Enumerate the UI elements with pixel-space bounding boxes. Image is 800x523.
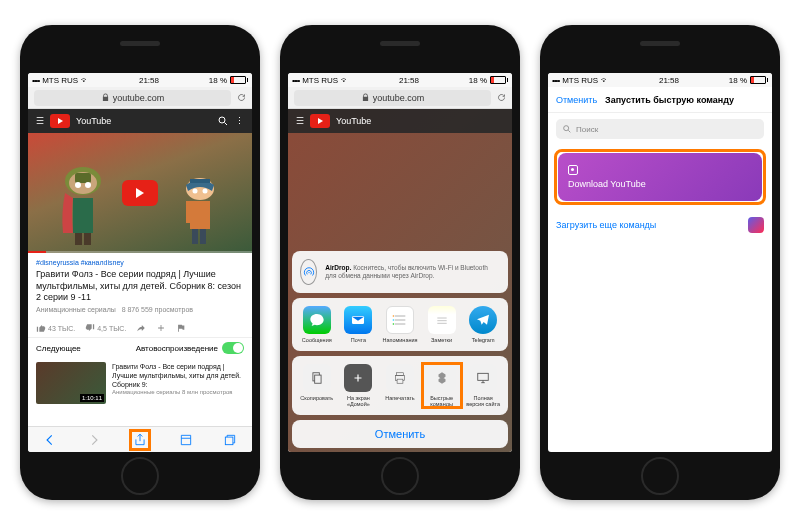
safari-address-bar[interactable]: youtube.com	[288, 87, 512, 109]
shortcuts-icon	[435, 371, 449, 385]
phone-2: ••••MTS RUSᯤ 21:58 18 % youtube.com ☰You…	[280, 25, 520, 500]
duration-badge: 1:10:11	[80, 394, 104, 402]
hashtags[interactable]: #disneyrussia #каналdisney	[36, 259, 244, 266]
more-icon[interactable]: ⋮	[235, 116, 244, 126]
menu-icon[interactable]: ☰	[36, 116, 44, 126]
clock: 21:58	[139, 76, 159, 85]
app-reminders[interactable]: Напоминания	[381, 306, 419, 343]
video-progress[interactable]	[28, 251, 252, 253]
notes-icon	[434, 312, 450, 328]
plus-icon	[156, 323, 166, 333]
video-thumbnail: 1:10:11	[36, 362, 106, 404]
svg-rect-6	[73, 198, 93, 233]
app-mail[interactable]: Почта	[339, 306, 377, 343]
wifi-icon: ᯤ	[81, 76, 89, 85]
svg-point-21	[393, 319, 394, 320]
page-content: ☰ YouTube ⋮ #disneyrussia #каналdisney Г…	[28, 109, 252, 426]
reload-icon[interactable]	[497, 93, 506, 102]
lock-icon	[361, 93, 370, 102]
share-button[interactable]	[136, 323, 146, 333]
svg-point-0	[219, 117, 225, 123]
share-apps-row: Сообщения Почта Напоминания Заметки Tele…	[292, 298, 508, 351]
svg-point-12	[203, 189, 208, 194]
video-player[interactable]	[28, 133, 252, 253]
shortcuts-app-icon	[748, 217, 764, 233]
cancel-button[interactable]: Отменить	[292, 420, 508, 448]
svg-point-18	[308, 272, 309, 273]
svg-rect-7	[75, 233, 82, 245]
app-messages[interactable]: Сообщения	[298, 306, 336, 343]
action-add-home[interactable]: На экран «Домой»	[339, 364, 377, 407]
forward-icon[interactable]	[87, 433, 101, 447]
airdrop-row[interactable]: AirDrop. Коснитесь, чтобы включить Wi-Fi…	[292, 251, 508, 293]
svg-rect-8	[84, 233, 91, 245]
svg-rect-3	[75, 173, 91, 183]
next-label: Следующее	[36, 344, 81, 353]
autoplay-toggle[interactable]	[222, 342, 244, 354]
svg-rect-17	[225, 437, 233, 445]
messages-icon	[309, 312, 325, 328]
youtube-logo-icon[interactable]	[50, 114, 70, 128]
share-icon[interactable]	[131, 431, 149, 449]
shortcut-download-youtube[interactable]: Download YouTube	[558, 153, 762, 201]
svg-rect-10	[190, 179, 210, 183]
battery-pct: 18 %	[209, 76, 227, 85]
video-title: Гравити Фолз - Все серии подряд | Лучшие…	[36, 269, 244, 304]
cartoon-character-1	[53, 163, 113, 248]
flag-button[interactable]	[176, 323, 186, 333]
reload-icon[interactable]	[237, 93, 246, 102]
svg-rect-28	[478, 373, 489, 380]
thumb-up-icon	[36, 323, 46, 333]
svg-rect-15	[192, 229, 198, 244]
svg-rect-24	[314, 375, 320, 383]
svg-point-5	[85, 182, 91, 188]
add-button[interactable]	[156, 323, 166, 333]
share-arrow-icon	[136, 323, 146, 333]
bookmarks-icon[interactable]	[179, 433, 193, 447]
copy-icon	[310, 371, 324, 385]
svg-rect-27	[397, 379, 403, 383]
svg-point-22	[393, 323, 394, 324]
action-row: 43 ТЫС. 4,5 ТЫС.	[28, 319, 252, 337]
video-meta: #disneyrussia #каналdisney Гравити Фолз …	[28, 253, 252, 319]
svg-point-11	[193, 189, 198, 194]
airdrop-text: AirDrop. Коснитесь, чтобы включить Wi-Fi…	[325, 264, 500, 281]
status-bar: ••••MTS RUSᯤ 21:58 18 %	[28, 73, 252, 87]
up-next-row: Следующее Автовоспроизведение	[28, 337, 252, 358]
highlight-box: Download YouTube	[554, 149, 766, 205]
app-telegram[interactable]: Telegram	[464, 306, 502, 343]
phone-1: ••••MTS RUSᯤ 21:58 18 % youtube.com ☰ Yo…	[20, 25, 260, 500]
back-icon[interactable]	[43, 433, 57, 447]
svg-point-4	[75, 182, 81, 188]
shortcuts-header: Отменить Запустить быструю команду	[548, 87, 772, 113]
battery-icon	[230, 76, 248, 84]
search-icon[interactable]	[217, 115, 229, 127]
flag-icon	[176, 323, 186, 333]
url-field[interactable]: youtube.com	[34, 90, 231, 106]
play-button[interactable]	[122, 180, 158, 206]
svg-rect-16	[200, 229, 206, 244]
svg-rect-14	[186, 201, 192, 223]
load-more-label: Загрузить еще команды	[556, 220, 656, 230]
suggested-video[interactable]: 1:10:11 Гравити Фолз - Все серии подряд …	[28, 358, 252, 408]
dislike-button[interactable]: 4,5 ТЫС.	[85, 323, 126, 333]
screen: ••••MTS RUSᯤ 21:58 18 % youtube.com ☰ Yo…	[28, 73, 252, 452]
action-copy[interactable]: Скопировать	[298, 364, 336, 407]
search-input[interactable]: Поиск	[556, 119, 764, 139]
action-shortcuts[interactable]: Быстрые команды	[423, 364, 461, 407]
safari-address-bar[interactable]: youtube.com	[28, 87, 252, 109]
tabs-icon[interactable]	[223, 433, 237, 447]
action-desktop-site[interactable]: Полная версия сайта	[464, 364, 502, 407]
desktop-icon	[476, 371, 490, 385]
action-print[interactable]: Напечатать	[381, 364, 419, 407]
shortcuts-title: Запустить быструю команду	[575, 95, 764, 105]
autoplay-label: Автовоспроизведение	[136, 344, 218, 353]
youtube-label: YouTube	[76, 116, 111, 126]
like-button[interactable]: 43 ТЫС.	[36, 323, 75, 333]
channel-name: Анимационные сериалы	[36, 306, 116, 313]
page-content: ☰YouTube AirDrop. Коснитесь, чтобы включ…	[288, 109, 512, 452]
svg-rect-25	[396, 373, 403, 376]
app-notes[interactable]: Заметки	[423, 306, 461, 343]
svg-rect-13	[190, 201, 210, 229]
load-more-shortcuts[interactable]: Загрузить еще команды	[556, 217, 764, 233]
